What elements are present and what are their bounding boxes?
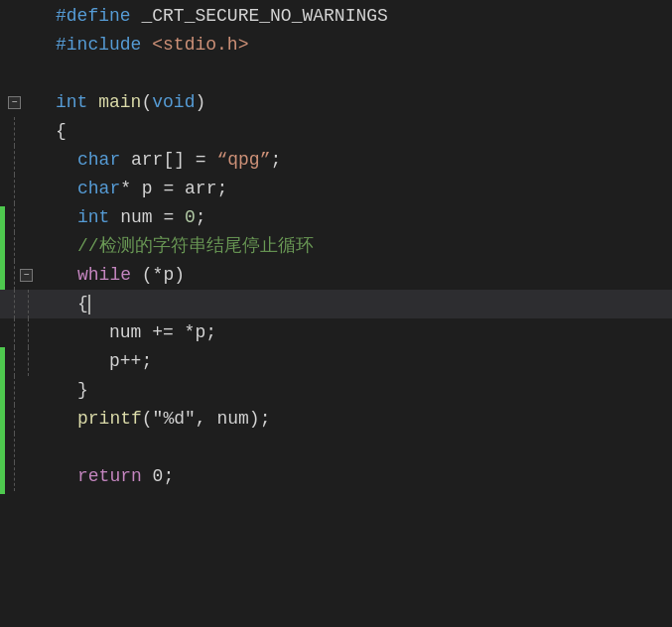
- guide-v: [14, 405, 15, 434]
- token: {: [77, 290, 88, 318]
- line-17: return 0;: [0, 462, 672, 491]
- guide-v: [14, 203, 15, 232]
- code-7: char* p = arr;: [48, 175, 672, 203]
- token: main: [98, 88, 141, 117]
- line-4: − int main(void): [0, 88, 672, 117]
- token: “qpg”: [216, 146, 270, 175]
- token: int: [56, 88, 87, 117]
- line-8: int num = 0;: [0, 203, 672, 232]
- code-17: return 0;: [48, 462, 672, 491]
- code-2: #include <stdio.h>: [48, 31, 672, 60]
- token: #include: [56, 31, 141, 60]
- code-15: printf("%d", num);: [48, 405, 672, 434]
- line-12: num += *p;: [0, 318, 672, 347]
- guide-v: [14, 261, 15, 290]
- token: }: [77, 376, 88, 405]
- guide-v: [14, 376, 15, 405]
- line-7: char* p = arr;: [0, 175, 672, 203]
- line-6: char arr[] = “qpg”;: [0, 146, 672, 175]
- token: 0;: [142, 462, 174, 491]
- code-16: [48, 434, 672, 462]
- token: ;: [196, 203, 206, 232]
- line-3: [0, 60, 672, 88]
- line-9: //检测的字符串结尾停止循环: [0, 232, 672, 261]
- token: {: [56, 117, 67, 146]
- gutter-10: −: [0, 261, 48, 290]
- code-14: }: [48, 376, 672, 405]
- token: #define: [56, 2, 131, 31]
- line-10: − while (*p): [0, 261, 672, 290]
- gutter-2: [0, 31, 48, 60]
- guide-v: [14, 146, 15, 175]
- gutter-11: [0, 290, 48, 318]
- fold-icon-main[interactable]: −: [8, 96, 21, 109]
- code-4: int main(void): [48, 88, 672, 117]
- token: while: [77, 261, 131, 290]
- fold-icon-while[interactable]: −: [20, 269, 33, 282]
- token: char: [77, 146, 120, 175]
- code-9: //检测的字符串结尾停止循环: [48, 232, 672, 261]
- gutter-5: [0, 117, 48, 146]
- gutter-14: [0, 376, 48, 405]
- gutter-17: [0, 462, 48, 491]
- token: return: [77, 462, 142, 491]
- token: num += *p;: [109, 318, 216, 347]
- token: void: [152, 88, 195, 117]
- token: ;: [270, 146, 281, 175]
- token: <stdio.h>: [141, 31, 248, 60]
- code-10: while (*p): [48, 261, 672, 290]
- guide-v: [14, 175, 15, 203]
- token: arr[] =: [120, 146, 216, 175]
- line-13: p++;: [0, 347, 672, 376]
- gutter-6: [0, 146, 48, 175]
- token: (*p): [131, 261, 185, 290]
- token: _CRT_SECURE_NO_WARNINGS: [131, 2, 388, 31]
- guide-v: [14, 290, 15, 318]
- guide-v2: [28, 347, 29, 376]
- token: p++;: [109, 347, 152, 376]
- code-1: #define _CRT_SECURE_NO_WARNINGS: [48, 2, 672, 31]
- token: [87, 88, 98, 117]
- token: printf: [77, 405, 142, 434]
- guide-v: [14, 347, 15, 376]
- line-5: {: [0, 117, 672, 146]
- token: //检测的字符串结尾停止循环: [77, 232, 314, 261]
- gutter-13: [0, 347, 48, 376]
- gutter-7: [0, 175, 48, 203]
- token: (: [141, 88, 152, 117]
- gutter-8: [0, 203, 48, 232]
- code-12: num += *p;: [48, 318, 672, 347]
- code-3: [48, 60, 672, 88]
- line-15: printf("%d", num);: [0, 405, 672, 434]
- code-13: p++;: [48, 347, 672, 376]
- code-8: int num = 0;: [48, 203, 672, 232]
- line-14: }: [0, 376, 672, 405]
- gutter-9: [0, 232, 48, 261]
- cursor: [88, 295, 90, 314]
- guide-v: [14, 462, 15, 491]
- line-1: #define _CRT_SECURE_NO_WARNINGS: [0, 2, 672, 31]
- guide-v2: [28, 318, 29, 347]
- token: char: [77, 175, 120, 203]
- guide-v: [14, 318, 15, 347]
- line-2: #include <stdio.h>: [0, 31, 672, 60]
- token: * p = arr;: [120, 175, 227, 203]
- token: num =: [109, 203, 185, 232]
- code-editor[interactable]: #define _CRT_SECURE_NO_WARNINGS #include…: [0, 0, 672, 627]
- token: int: [77, 203, 109, 232]
- gutter-4: −: [0, 88, 48, 117]
- gutter-3: [0, 60, 48, 88]
- gutter-15: [0, 405, 48, 434]
- code-11: {: [48, 290, 672, 318]
- gutter-16: [0, 434, 48, 462]
- guide-v: [14, 434, 15, 462]
- guide-v2: [28, 290, 29, 318]
- code-6: char arr[] = “qpg”;: [48, 146, 672, 175]
- code-container: #define _CRT_SECURE_NO_WARNINGS #include…: [0, 0, 672, 491]
- token: ("%d", num);: [142, 405, 271, 434]
- token: ): [195, 88, 205, 117]
- token: 0: [185, 203, 196, 232]
- code-5: {: [48, 117, 672, 146]
- gutter-12: [0, 318, 48, 347]
- guide-v: [14, 232, 15, 261]
